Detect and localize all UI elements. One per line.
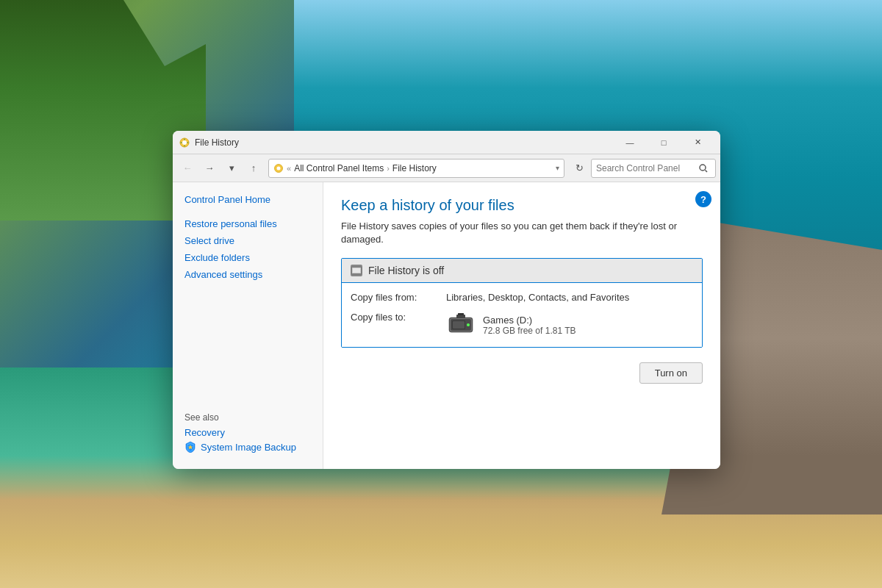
file-history-details: Copy files from: Libraries, Desktop, Con… xyxy=(342,283,702,347)
search-icon-button[interactable] xyxy=(696,161,711,176)
title-bar-icon xyxy=(179,137,190,148)
address-path2: File History xyxy=(392,163,437,173)
file-history-header: File History is off xyxy=(342,259,702,283)
file-history-status-box: File History is off Copy files from: Lib… xyxy=(341,258,703,348)
file-history-status-icon xyxy=(351,265,362,276)
address-path1: All Control Panel Items xyxy=(294,163,384,173)
copy-to-label: Copy files to: xyxy=(351,312,446,323)
system-image-backup-label: System Image Backup xyxy=(201,442,296,453)
sidebar-item-control-panel-home[interactable]: Control Panel Home xyxy=(173,191,323,208)
address-separator: › xyxy=(387,164,390,173)
content-area: Control Panel Home Restore personal file… xyxy=(173,182,720,469)
sidebar-system-image-backup-link[interactable]: System Image Backup xyxy=(184,440,311,454)
help-button[interactable]: ? xyxy=(695,191,711,207)
main-description: File History saves copies of your files … xyxy=(341,220,703,246)
maximize-button[interactable]: □ xyxy=(647,131,681,154)
svg-rect-8 xyxy=(353,268,360,273)
drive-icon xyxy=(446,312,476,338)
up-button[interactable]: ↑ xyxy=(243,158,264,179)
sidebar-item-advanced-settings[interactable]: Advanced settings xyxy=(173,266,323,283)
address-prefix: « xyxy=(287,164,291,173)
search-icon xyxy=(699,164,708,173)
svg-point-3 xyxy=(277,166,281,170)
address-chevron-icon: ▾ xyxy=(556,164,559,172)
sidebar-item-select-drive[interactable]: Select drive xyxy=(173,232,323,249)
sidebar-item-restore-personal-files[interactable]: Restore personal files xyxy=(173,215,323,232)
copy-from-label: Copy files from: xyxy=(351,292,446,303)
svg-point-1 xyxy=(182,140,187,145)
window-title: File History xyxy=(195,137,613,148)
main-title: Keep a history of your files xyxy=(341,197,703,214)
copy-from-value: Libraries, Desktop, Contacts, and Favori… xyxy=(446,292,693,303)
back-button[interactable]: ← xyxy=(177,158,198,179)
svg-rect-16 xyxy=(453,321,465,329)
file-history-status-text: File History is off xyxy=(368,265,444,276)
sidebar: Control Panel Home Restore personal file… xyxy=(173,182,323,469)
control-panel-icon xyxy=(179,137,190,148)
file-history-window: File History — □ ✕ ← → ▾ ↑ « All Control… xyxy=(173,131,720,469)
svg-line-5 xyxy=(706,170,708,172)
drive-space: 72.8 GB free of 1.81 TB xyxy=(483,326,576,336)
see-also-label: See also xyxy=(184,412,311,423)
title-bar: File History — □ ✕ xyxy=(173,131,720,154)
svg-point-14 xyxy=(467,323,470,326)
shield-icon xyxy=(184,441,196,453)
address-bar-icon xyxy=(273,163,284,173)
copy-from-row: Copy files from: Libraries, Desktop, Con… xyxy=(351,292,693,303)
turn-on-button[interactable]: Turn on xyxy=(639,362,703,384)
address-bar[interactable]: « All Control Panel Items › File History… xyxy=(268,159,564,178)
main-panel: ? Keep a history of your files File Hist… xyxy=(323,182,720,469)
search-input[interactable] xyxy=(596,163,693,173)
dropdown-button[interactable]: ▾ xyxy=(221,158,242,179)
refresh-button[interactable]: ↻ xyxy=(569,158,589,179)
close-button[interactable]: ✕ xyxy=(681,131,714,154)
drive-info-container: Games (D:) 72.8 GB free of 1.81 TB xyxy=(446,312,576,338)
copy-to-row: Copy files to: xyxy=(351,312,693,338)
search-box xyxy=(591,159,716,178)
minimize-button[interactable]: — xyxy=(613,131,647,154)
title-bar-controls: — □ ✕ xyxy=(613,131,714,154)
svg-rect-13 xyxy=(458,313,464,315)
drive-name: Games (D:) xyxy=(483,315,576,326)
sidebar-see-also: See also Recovery System Image Backup xyxy=(173,406,323,460)
sidebar-recovery-link[interactable]: Recovery xyxy=(184,426,311,440)
forward-button[interactable]: → xyxy=(199,158,220,179)
sidebar-item-exclude-folders[interactable]: Exclude folders xyxy=(173,249,323,266)
toolbar: ← → ▾ ↑ « All Control Panel Items › File… xyxy=(173,154,720,182)
svg-point-4 xyxy=(700,165,706,171)
drive-details: Games (D:) 72.8 GB free of 1.81 TB xyxy=(483,315,576,336)
